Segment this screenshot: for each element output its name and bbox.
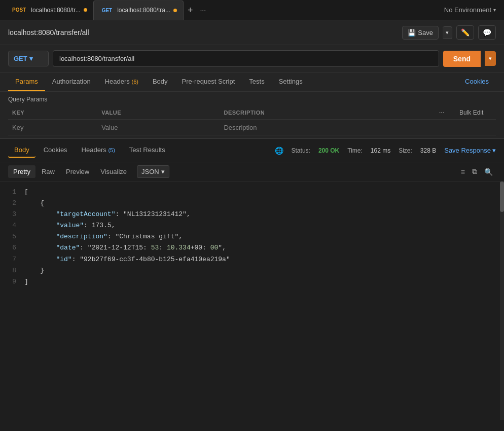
request-title: localhost:8080/transfer/all — [8, 28, 89, 37]
bulk-edit-button[interactable]: Bulk Edit — [459, 109, 483, 116]
json-line-5: 5 "description": "Christmas gift", — [0, 231, 504, 242]
tab-authorization-label: Authorization — [52, 78, 91, 85]
save-dropdown-button[interactable]: ▾ — [443, 26, 452, 39]
send-dropdown-button[interactable]: ▾ — [485, 51, 496, 66]
resp-tab-headers-label: Headers — [82, 146, 106, 154]
format-type-chevron: ▾ — [161, 168, 165, 175]
tab-params[interactable]: Params — [8, 73, 45, 91]
tab-url-post: localhost:8080/tr... — [31, 7, 80, 14]
fmt-pretty[interactable]: Pretty — [8, 165, 35, 178]
env-dropdown[interactable]: No Environment ▾ — [440, 4, 500, 16]
json-line-4: 4 "value": 173.5, — [0, 220, 504, 231]
status-value: 200 OK — [318, 147, 339, 154]
resp-tab-headers[interactable]: Headers (5) — [76, 143, 121, 158]
env-label: No Environment — [444, 6, 491, 14]
json-line-6: 6 "date": "2021-12-12T15: 53: 10.334+00:… — [0, 242, 504, 254]
resp-tab-test-results[interactable]: Test Results — [123, 143, 171, 158]
format-bar: Pretty Raw Preview Visualize JSON ▾ ≡ ⧉ … — [0, 162, 504, 182]
json-line-3: 3 "targetAccount": "NL131231231412", — [0, 209, 504, 220]
tab-tests-label: Tests — [249, 78, 264, 85]
tab-headers[interactable]: Headers (6) — [98, 73, 146, 91]
save-button[interactable]: 💾 Save — [402, 26, 439, 40]
tab-dot-post — [84, 8, 87, 12]
method-label: GET — [14, 55, 27, 62]
tab-body[interactable]: Body — [146, 73, 175, 91]
save-icon: 💾 — [408, 29, 416, 37]
resp-headers-badge-c: ) — [113, 147, 115, 153]
tab-method-post: POST — [10, 6, 28, 14]
tab-settings-label: Settings — [279, 78, 303, 85]
environment-selector: No Environment ▾ — [440, 4, 500, 16]
tab-url-get: localhost:8080/tra... — [117, 7, 170, 14]
size-value: 328 B — [420, 147, 436, 154]
time-label: Time: — [347, 147, 363, 154]
fmt-visualize[interactable]: Visualize — [95, 165, 132, 178]
tab-method-get: GET — [100, 7, 115, 14]
copy-button[interactable]: ⧉ — [469, 165, 480, 178]
env-chevron: ▾ — [493, 7, 496, 13]
comment-button[interactable]: 💬 — [478, 25, 496, 40]
resp-status-row: 🌐 Status: 200 OK Time: 162 ms Size: 328 … — [275, 147, 496, 155]
tab-bar: POST localhost:8080/tr... GET localhost:… — [0, 0, 504, 20]
search-button[interactable]: 🔍 — [481, 166, 496, 178]
tab-settings[interactable]: Settings — [272, 73, 310, 91]
resp-tab-body[interactable]: Body — [8, 143, 35, 158]
resp-tab-cookies[interactable]: Cookies — [38, 143, 74, 158]
tab-tests[interactable]: Tests — [242, 73, 271, 91]
cookies-link[interactable]: Cookies — [458, 73, 496, 91]
resp-tab-body-label: Body — [14, 146, 29, 154]
response-tabs-row: Body Cookies Headers (5) Test Results 🌐 … — [0, 138, 504, 162]
tab-get[interactable]: GET localhost:8080/tra... — [93, 1, 184, 20]
save-label: Save — [418, 29, 433, 37]
request-row: GET ▾ Send ▾ — [0, 45, 504, 73]
filter-icon-button[interactable]: ≡ — [458, 166, 468, 178]
format-type-dropdown[interactable]: JSON ▾ — [137, 165, 169, 178]
format-type-label: JSON — [141, 168, 159, 175]
json-line-7: 7 "id": "92b27f69-cc3f-4b80-b125-efa410e… — [0, 254, 504, 265]
tab-prerequest[interactable]: Pre-request Script — [175, 73, 242, 91]
time-value: 162 ms — [371, 147, 390, 154]
method-chevron: ▾ — [29, 55, 33, 62]
query-params-title: Query Params — [8, 96, 496, 103]
new-tab-button[interactable]: + — [184, 6, 197, 15]
tab-params-label: Params — [15, 78, 38, 85]
url-bar-actions: 💾 Save ▾ ✏️ 💬 — [402, 25, 496, 40]
size-label: Size: — [399, 147, 412, 154]
cookies-label: Cookies — [465, 78, 489, 85]
save-response-label: Save Response — [444, 147, 491, 154]
more-tabs-button[interactable]: ··· — [197, 6, 209, 14]
tab-headers-label: Headers — [105, 78, 130, 85]
send-button[interactable]: Send — [443, 51, 481, 67]
save-response-button[interactable]: Save Response ▾ — [444, 147, 496, 154]
param-row-empty: Key Value Description — [8, 120, 496, 136]
tab-prerequest-label: Pre-request Script — [182, 78, 235, 85]
json-line-1: 1[ — [0, 187, 504, 198]
fmt-raw[interactable]: Raw — [37, 165, 60, 178]
param-key-input[interactable]: Key — [8, 120, 97, 136]
resp-tab-test-label: Test Results — [129, 146, 165, 154]
edit-button[interactable]: ✏️ — [456, 25, 474, 40]
method-select[interactable]: GET ▾ — [8, 51, 49, 66]
param-value-input[interactable]: Value — [97, 120, 220, 136]
json-line-2: 2 { — [0, 198, 504, 209]
status-label: Status: — [292, 147, 310, 154]
scrollbar-track[interactable] — [500, 182, 504, 420]
col-value: VALUE — [97, 106, 220, 120]
query-params-section: Query Params KEY VALUE DESCRIPTION ··· B… — [0, 92, 504, 138]
response-area: Body Cookies Headers (5) Test Results 🌐 … — [0, 138, 504, 420]
col-bulk: Bulk Edit — [455, 106, 496, 120]
save-response-chevron: ▾ — [492, 147, 496, 154]
tab-headers-badge-close: ) — [136, 79, 138, 85]
json-view: 1[2 {3 "targetAccount": "NL131231231412"… — [0, 182, 504, 420]
scrollbar-thumb[interactable] — [500, 182, 504, 212]
url-input[interactable] — [53, 50, 439, 67]
col-key: KEY — [8, 106, 97, 120]
params-table: KEY VALUE DESCRIPTION ··· Bulk Edit Key … — [8, 106, 496, 136]
fmt-preview[interactable]: Preview — [61, 165, 94, 178]
param-description-input[interactable]: Description — [220, 120, 435, 136]
col-description: DESCRIPTION — [220, 106, 435, 120]
json-line-8: 8 } — [0, 265, 504, 276]
json-line-9: 9] — [0, 276, 504, 288]
tab-authorization[interactable]: Authorization — [45, 73, 98, 91]
tab-post[interactable]: POST localhost:8080/tr... — [4, 1, 93, 20]
